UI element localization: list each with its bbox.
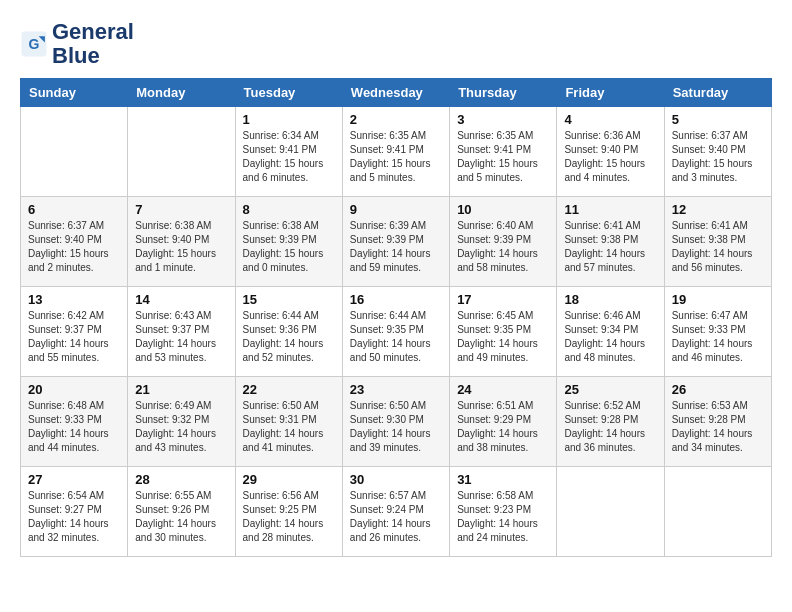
day-number: 18 xyxy=(564,292,656,307)
calendar-cell: 20Sunrise: 6:48 AM Sunset: 9:33 PM Dayli… xyxy=(21,377,128,467)
day-info: Sunrise: 6:54 AM Sunset: 9:27 PM Dayligh… xyxy=(28,489,120,545)
day-info: Sunrise: 6:50 AM Sunset: 9:31 PM Dayligh… xyxy=(243,399,335,455)
calendar-cell: 14Sunrise: 6:43 AM Sunset: 9:37 PM Dayli… xyxy=(128,287,235,377)
calendar-cell: 24Sunrise: 6:51 AM Sunset: 9:29 PM Dayli… xyxy=(450,377,557,467)
calendar-cell: 9Sunrise: 6:39 AM Sunset: 9:39 PM Daylig… xyxy=(342,197,449,287)
day-info: Sunrise: 6:42 AM Sunset: 9:37 PM Dayligh… xyxy=(28,309,120,365)
svg-text:G: G xyxy=(29,36,40,52)
day-info: Sunrise: 6:41 AM Sunset: 9:38 PM Dayligh… xyxy=(672,219,764,275)
day-number: 10 xyxy=(457,202,549,217)
day-number: 28 xyxy=(135,472,227,487)
calendar-cell: 26Sunrise: 6:53 AM Sunset: 9:28 PM Dayli… xyxy=(664,377,771,467)
day-number: 23 xyxy=(350,382,442,397)
day-info: Sunrise: 6:46 AM Sunset: 9:34 PM Dayligh… xyxy=(564,309,656,365)
day-number: 21 xyxy=(135,382,227,397)
calendar-cell: 16Sunrise: 6:44 AM Sunset: 9:35 PM Dayli… xyxy=(342,287,449,377)
day-info: Sunrise: 6:38 AM Sunset: 9:39 PM Dayligh… xyxy=(243,219,335,275)
logo-text: General Blue xyxy=(52,20,134,68)
day-info: Sunrise: 6:51 AM Sunset: 9:29 PM Dayligh… xyxy=(457,399,549,455)
calendar-cell: 19Sunrise: 6:47 AM Sunset: 9:33 PM Dayli… xyxy=(664,287,771,377)
calendar-cell: 25Sunrise: 6:52 AM Sunset: 9:28 PM Dayli… xyxy=(557,377,664,467)
day-number: 12 xyxy=(672,202,764,217)
calendar-cell: 1Sunrise: 6:34 AM Sunset: 9:41 PM Daylig… xyxy=(235,107,342,197)
calendar-cell: 8Sunrise: 6:38 AM Sunset: 9:39 PM Daylig… xyxy=(235,197,342,287)
day-info: Sunrise: 6:50 AM Sunset: 9:30 PM Dayligh… xyxy=(350,399,442,455)
day-info: Sunrise: 6:34 AM Sunset: 9:41 PM Dayligh… xyxy=(243,129,335,185)
calendar-cell: 17Sunrise: 6:45 AM Sunset: 9:35 PM Dayli… xyxy=(450,287,557,377)
day-number: 5 xyxy=(672,112,764,127)
day-number: 19 xyxy=(672,292,764,307)
calendar-cell: 30Sunrise: 6:57 AM Sunset: 9:24 PM Dayli… xyxy=(342,467,449,557)
calendar-cell: 29Sunrise: 6:56 AM Sunset: 9:25 PM Dayli… xyxy=(235,467,342,557)
day-number: 16 xyxy=(350,292,442,307)
day-number: 26 xyxy=(672,382,764,397)
day-of-week-header: Sunday xyxy=(21,79,128,107)
day-info: Sunrise: 6:48 AM Sunset: 9:33 PM Dayligh… xyxy=(28,399,120,455)
page-header: G General Blue xyxy=(20,20,772,68)
calendar-cell: 13Sunrise: 6:42 AM Sunset: 9:37 PM Dayli… xyxy=(21,287,128,377)
day-info: Sunrise: 6:44 AM Sunset: 9:36 PM Dayligh… xyxy=(243,309,335,365)
day-number: 14 xyxy=(135,292,227,307)
calendar-cell: 18Sunrise: 6:46 AM Sunset: 9:34 PM Dayli… xyxy=(557,287,664,377)
calendar-cell: 15Sunrise: 6:44 AM Sunset: 9:36 PM Dayli… xyxy=(235,287,342,377)
calendar-cell: 28Sunrise: 6:55 AM Sunset: 9:26 PM Dayli… xyxy=(128,467,235,557)
calendar-cell xyxy=(21,107,128,197)
calendar-week-row: 27Sunrise: 6:54 AM Sunset: 9:27 PM Dayli… xyxy=(21,467,772,557)
calendar-cell: 7Sunrise: 6:38 AM Sunset: 9:40 PM Daylig… xyxy=(128,197,235,287)
calendar-cell: 31Sunrise: 6:58 AM Sunset: 9:23 PM Dayli… xyxy=(450,467,557,557)
day-number: 30 xyxy=(350,472,442,487)
calendar-week-row: 20Sunrise: 6:48 AM Sunset: 9:33 PM Dayli… xyxy=(21,377,772,467)
day-info: Sunrise: 6:57 AM Sunset: 9:24 PM Dayligh… xyxy=(350,489,442,545)
day-number: 4 xyxy=(564,112,656,127)
calendar-cell: 21Sunrise: 6:49 AM Sunset: 9:32 PM Dayli… xyxy=(128,377,235,467)
calendar-cell xyxy=(664,467,771,557)
day-info: Sunrise: 6:58 AM Sunset: 9:23 PM Dayligh… xyxy=(457,489,549,545)
day-info: Sunrise: 6:55 AM Sunset: 9:26 PM Dayligh… xyxy=(135,489,227,545)
day-number: 9 xyxy=(350,202,442,217)
day-info: Sunrise: 6:53 AM Sunset: 9:28 PM Dayligh… xyxy=(672,399,764,455)
day-info: Sunrise: 6:41 AM Sunset: 9:38 PM Dayligh… xyxy=(564,219,656,275)
day-of-week-header: Saturday xyxy=(664,79,771,107)
calendar-cell: 3Sunrise: 6:35 AM Sunset: 9:41 PM Daylig… xyxy=(450,107,557,197)
day-info: Sunrise: 6:49 AM Sunset: 9:32 PM Dayligh… xyxy=(135,399,227,455)
day-info: Sunrise: 6:35 AM Sunset: 9:41 PM Dayligh… xyxy=(350,129,442,185)
day-info: Sunrise: 6:36 AM Sunset: 9:40 PM Dayligh… xyxy=(564,129,656,185)
calendar-cell: 6Sunrise: 6:37 AM Sunset: 9:40 PM Daylig… xyxy=(21,197,128,287)
day-of-week-header: Friday xyxy=(557,79,664,107)
calendar-cell: 12Sunrise: 6:41 AM Sunset: 9:38 PM Dayli… xyxy=(664,197,771,287)
day-info: Sunrise: 6:44 AM Sunset: 9:35 PM Dayligh… xyxy=(350,309,442,365)
calendar-week-row: 13Sunrise: 6:42 AM Sunset: 9:37 PM Dayli… xyxy=(21,287,772,377)
day-number: 31 xyxy=(457,472,549,487)
day-info: Sunrise: 6:40 AM Sunset: 9:39 PM Dayligh… xyxy=(457,219,549,275)
calendar-table: SundayMondayTuesdayWednesdayThursdayFrid… xyxy=(20,78,772,557)
day-info: Sunrise: 6:45 AM Sunset: 9:35 PM Dayligh… xyxy=(457,309,549,365)
day-info: Sunrise: 6:47 AM Sunset: 9:33 PM Dayligh… xyxy=(672,309,764,365)
day-info: Sunrise: 6:38 AM Sunset: 9:40 PM Dayligh… xyxy=(135,219,227,275)
day-number: 27 xyxy=(28,472,120,487)
day-of-week-header: Thursday xyxy=(450,79,557,107)
calendar-cell: 11Sunrise: 6:41 AM Sunset: 9:38 PM Dayli… xyxy=(557,197,664,287)
day-number: 24 xyxy=(457,382,549,397)
calendar-cell: 2Sunrise: 6:35 AM Sunset: 9:41 PM Daylig… xyxy=(342,107,449,197)
day-number: 17 xyxy=(457,292,549,307)
day-number: 1 xyxy=(243,112,335,127)
day-number: 20 xyxy=(28,382,120,397)
day-info: Sunrise: 6:56 AM Sunset: 9:25 PM Dayligh… xyxy=(243,489,335,545)
day-number: 3 xyxy=(457,112,549,127)
calendar-cell: 22Sunrise: 6:50 AM Sunset: 9:31 PM Dayli… xyxy=(235,377,342,467)
day-info: Sunrise: 6:39 AM Sunset: 9:39 PM Dayligh… xyxy=(350,219,442,275)
calendar-cell xyxy=(128,107,235,197)
day-info: Sunrise: 6:37 AM Sunset: 9:40 PM Dayligh… xyxy=(28,219,120,275)
calendar-cell: 10Sunrise: 6:40 AM Sunset: 9:39 PM Dayli… xyxy=(450,197,557,287)
calendar-cell: 5Sunrise: 6:37 AM Sunset: 9:40 PM Daylig… xyxy=(664,107,771,197)
day-number: 11 xyxy=(564,202,656,217)
day-number: 6 xyxy=(28,202,120,217)
day-number: 13 xyxy=(28,292,120,307)
calendar-cell: 4Sunrise: 6:36 AM Sunset: 9:40 PM Daylig… xyxy=(557,107,664,197)
calendar-cell: 23Sunrise: 6:50 AM Sunset: 9:30 PM Dayli… xyxy=(342,377,449,467)
day-number: 8 xyxy=(243,202,335,217)
logo-icon: G xyxy=(20,30,48,58)
day-info: Sunrise: 6:35 AM Sunset: 9:41 PM Dayligh… xyxy=(457,129,549,185)
calendar-week-row: 1Sunrise: 6:34 AM Sunset: 9:41 PM Daylig… xyxy=(21,107,772,197)
calendar-week-row: 6Sunrise: 6:37 AM Sunset: 9:40 PM Daylig… xyxy=(21,197,772,287)
